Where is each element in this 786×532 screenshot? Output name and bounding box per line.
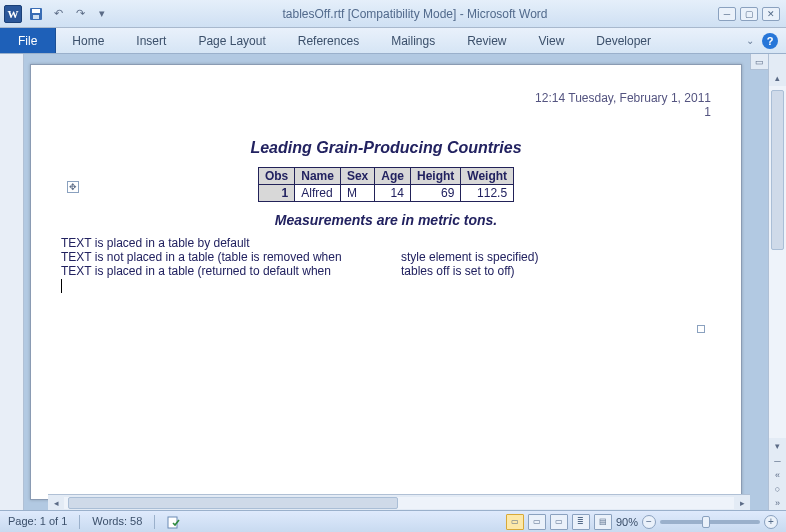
view-web-layout-icon[interactable]: ▭ (550, 514, 568, 530)
tab-references[interactable]: References (282, 28, 375, 53)
tab-review[interactable]: Review (451, 28, 522, 53)
vscroll-track[interactable] (769, 86, 786, 438)
view-outline-icon[interactable]: ≣ (572, 514, 590, 530)
col-header-obs: Obs (258, 168, 294, 185)
cell-obs: 1 (258, 185, 294, 202)
prev-page-icon[interactable]: « (769, 468, 786, 482)
zoom-slider[interactable] (660, 520, 760, 524)
help-icon[interactable]: ? (762, 33, 778, 49)
vscroll-thumb[interactable] (771, 90, 784, 250)
zoom-in-button[interactable]: + (764, 515, 778, 529)
object-browse-sep: ─ (769, 454, 786, 468)
ribbon-collapse-icon[interactable]: ⌄ (746, 35, 754, 46)
ribbon-tabs: File Home Insert Page Layout References … (0, 28, 786, 54)
vertical-scrollbar[interactable]: ▴ ▾ ─ « ○ » (768, 54, 786, 510)
status-sep (79, 515, 80, 529)
hscroll-right-icon[interactable]: ▸ (734, 496, 750, 510)
redo-icon[interactable]: ↷ (70, 4, 90, 24)
vertical-ruler[interactable] (0, 54, 24, 510)
data-table[interactable]: Obs Name Sex Age Height Weight 1 Alfred … (258, 167, 514, 202)
undo-icon[interactable]: ↶ (48, 4, 68, 24)
ruler-toggle-icon[interactable]: ▭ (750, 54, 768, 70)
col-header-height: Height (410, 168, 460, 185)
para-2-left: TEXT is not placed in a table (table is … (61, 250, 401, 264)
file-tab[interactable]: File (0, 28, 56, 53)
hscroll-left-icon[interactable]: ◂ (48, 496, 64, 510)
close-button[interactable]: ✕ (762, 7, 780, 21)
minimize-button[interactable]: ─ (718, 7, 736, 21)
vscroll-down-icon[interactable]: ▾ (769, 438, 786, 454)
vscroll-up-icon[interactable]: ▴ (769, 70, 786, 86)
proofing-icon[interactable] (167, 515, 181, 529)
maximize-button[interactable]: ▢ (740, 7, 758, 21)
tab-page-layout[interactable]: Page Layout (182, 28, 281, 53)
col-header-age: Age (375, 168, 411, 185)
next-page-icon[interactable]: » (769, 496, 786, 510)
document-area[interactable]: ▭ ✥ 12:14 Tuesday, February 1, 2011 1 Le… (24, 54, 768, 510)
para-3-left: TEXT is placed in a table (returned to d… (61, 264, 401, 278)
qat-dropdown-icon[interactable]: ▾ (92, 4, 112, 24)
doc-subtitle: Measurements are in metric tons. (61, 212, 711, 228)
end-of-cell-icon (697, 325, 705, 333)
col-header-sex: Sex (340, 168, 374, 185)
table-anchor-icon[interactable]: ✥ (67, 181, 79, 193)
status-words[interactable]: Words: 58 (92, 515, 142, 529)
window-controls: ─ ▢ ✕ (718, 7, 780, 21)
zoom-slider-thumb[interactable] (702, 516, 710, 528)
text-cursor (61, 279, 62, 293)
cell-weight: 112.5 (461, 185, 514, 202)
para-2-right: style element is specified) (401, 250, 711, 264)
table-row[interactable]: 1 Alfred M 14 69 112.5 (258, 185, 513, 202)
hscroll-track[interactable] (64, 497, 734, 509)
view-full-screen-icon[interactable]: ▭ (528, 514, 546, 530)
status-page[interactable]: Page: 1 of 1 (8, 515, 67, 529)
tab-developer[interactable]: Developer (580, 28, 667, 53)
svg-rect-3 (168, 517, 177, 528)
select-browse-object-icon[interactable]: ○ (769, 482, 786, 496)
window-title: tablesOff.rtf [Compatibility Mode] - Mic… (112, 7, 718, 21)
tab-insert[interactable]: Insert (120, 28, 182, 53)
col-header-weight: Weight (461, 168, 514, 185)
doc-title: Leading Grain-Producing Countries (61, 139, 711, 157)
tab-home[interactable]: Home (56, 28, 120, 53)
zoom-out-button[interactable]: − (642, 515, 656, 529)
svg-rect-1 (32, 9, 40, 13)
hscroll-thumb[interactable] (68, 497, 398, 509)
horizontal-scrollbar[interactable]: ◂ ▸ (48, 494, 750, 510)
save-icon[interactable] (26, 4, 46, 24)
zoom-label[interactable]: 90% (616, 516, 638, 528)
status-sep (154, 515, 155, 529)
para-1-right (401, 236, 711, 250)
status-bar: Page: 1 of 1 Words: 58 ▭ ▭ ▭ ≣ ▤ 90% − + (0, 510, 786, 532)
col-header-name: Name (295, 168, 341, 185)
cell-age: 14 (375, 185, 411, 202)
view-draft-icon[interactable]: ▤ (594, 514, 612, 530)
header-timestamp: 12:14 Tuesday, February 1, 2011 (61, 91, 711, 105)
view-print-layout-icon[interactable]: ▭ (506, 514, 524, 530)
app-icon[interactable]: W (4, 5, 22, 23)
cell-height: 69 (410, 185, 460, 202)
para-3-right: tables off is set to off) (401, 264, 711, 278)
tab-mailings[interactable]: Mailings (375, 28, 451, 53)
svg-rect-2 (33, 15, 39, 19)
header-pagenum: 1 (61, 105, 711, 119)
title-bar: W ↶ ↷ ▾ tablesOff.rtf [Compatibility Mod… (0, 0, 786, 28)
tab-view[interactable]: View (523, 28, 581, 53)
workspace: ▭ ✥ 12:14 Tuesday, February 1, 2011 1 Le… (0, 54, 786, 510)
cell-name: Alfred (295, 185, 341, 202)
document-page[interactable]: ✥ 12:14 Tuesday, February 1, 2011 1 Lead… (30, 64, 742, 500)
para-1-left: TEXT is placed in a table by default (61, 236, 401, 250)
body-text[interactable]: TEXT is placed in a table by default TEX… (61, 236, 711, 293)
cell-sex: M (340, 185, 374, 202)
quick-access-toolbar: ↶ ↷ ▾ (26, 4, 112, 24)
